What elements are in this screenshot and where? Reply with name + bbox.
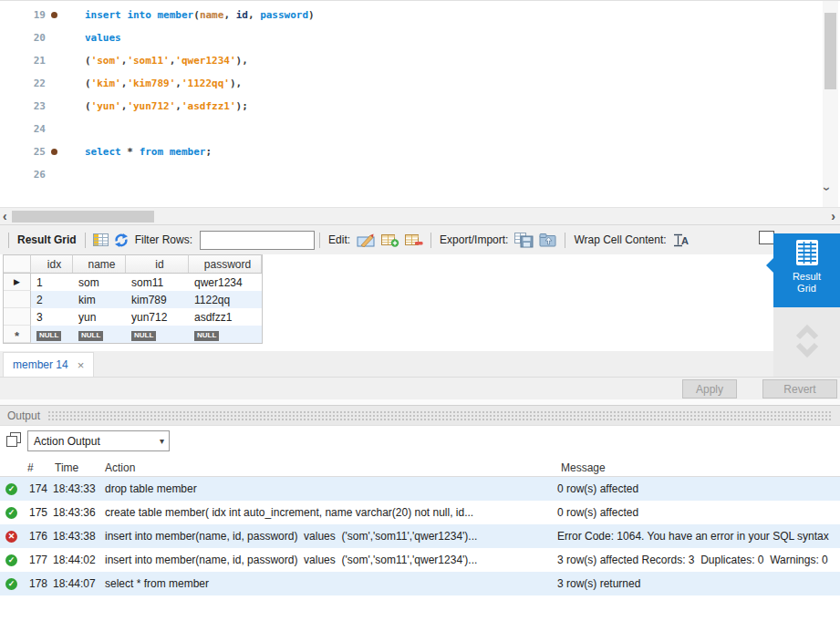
- output-action: create table member( idx int auto_increm…: [99, 506, 555, 519]
- code-line[interactable]: 25select * from member;: [0, 140, 840, 163]
- editor-vertical-scrollbar[interactable]: ›: [823, 1, 838, 207]
- scroll-left-icon[interactable]: ‹: [3, 209, 7, 223]
- close-icon[interactable]: ×: [78, 358, 85, 372]
- editor-side-panel: Result Grid: [773, 233, 840, 377]
- grid-cell[interactable]: 2: [31, 294, 73, 306]
- result-grid-table: idx name id password ▶1somsom11qwer12342…: [3, 254, 263, 344]
- statement-marker-icon: [46, 12, 62, 18]
- number-column-header[interactable]: #: [22, 461, 49, 474]
- output-row[interactable]: ✓17418:43:33drop table member0 row(s) af…: [0, 477, 840, 501]
- column-header-idx[interactable]: idx: [31, 254, 73, 273]
- code-line[interactable]: 26: [0, 163, 840, 186]
- toolbar-toggle-box[interactable]: [759, 231, 774, 244]
- status-cell: ✕: [0, 531, 22, 543]
- grid-cell[interactable]: kim: [73, 294, 126, 306]
- grid-cell[interactable]: 1: [31, 276, 73, 289]
- row-selector[interactable]: [4, 308, 31, 326]
- table-row[interactable]: ▶1somsom11qwer1234: [4, 274, 262, 291]
- grid-cell[interactable]: 1122qq: [189, 294, 262, 306]
- code-line[interactable]: 23('yun','yun712','asdfzz1');: [0, 95, 840, 118]
- line-number: 25: [0, 146, 46, 158]
- column-header-password[interactable]: password: [189, 254, 262, 273]
- row-selector[interactable]: ▶: [4, 274, 31, 291]
- export-recordset-icon[interactable]: [514, 233, 534, 248]
- code-text: ('kim','kim789','1122qq'),: [85, 78, 242, 89]
- grid-cell[interactable]: kim789: [126, 294, 189, 306]
- output-panel: Action Output ▾ # Time Action Message ✓1…: [0, 426, 840, 642]
- line-number: 19: [0, 9, 46, 21]
- tab-member-14[interactable]: member 14 ×: [3, 352, 94, 377]
- stacked-output-icon[interactable]: [6, 432, 22, 448]
- null-badge: NULL: [131, 331, 156, 341]
- output-type-value: Action Output: [34, 435, 100, 448]
- grid-cell[interactable]: qwer1234: [189, 276, 262, 289]
- time-column-header[interactable]: Time: [49, 461, 99, 474]
- add-row-icon[interactable]: [381, 233, 399, 247]
- sql-editor[interactable]: 19insert into member(name, id, password)…: [0, 1, 840, 207]
- horizontal-scrollbar-thumb[interactable]: [12, 211, 154, 223]
- action-column-header[interactable]: Action: [99, 461, 555, 474]
- scroll-right-icon[interactable]: ›: [831, 209, 835, 223]
- collapse-expand-chevrons-icon[interactable]: [792, 322, 823, 362]
- column-header-name[interactable]: name: [73, 254, 126, 273]
- editor-horizontal-scrollbar[interactable]: ‹ ›: [0, 207, 840, 224]
- grid-cell[interactable]: 3: [31, 311, 73, 324]
- message-column-header[interactable]: Message: [555, 461, 840, 474]
- code-text: ('som','som11','qwer1234'),: [85, 55, 248, 67]
- token: ),: [236, 55, 248, 67]
- filter-rows-input[interactable]: [200, 231, 315, 250]
- result-grid-panel: idx name id password ▶1somsom11qwer12342…: [0, 254, 773, 351]
- output-row[interactable]: ✕17618:43:38insert into member(name, id,…: [0, 524, 840, 548]
- revert-button[interactable]: Revert: [762, 379, 837, 399]
- row-selector[interactable]: *: [4, 326, 31, 343]
- token: select: [85, 146, 121, 158]
- token: 'kim': [91, 78, 121, 89]
- output-row[interactable]: ✓17518:43:36create table member( idx int…: [0, 501, 840, 524]
- grid-cell[interactable]: NULL: [189, 327, 262, 341]
- output-header-texture: [47, 410, 833, 420]
- token: ,: [223, 9, 235, 21]
- grid-cell[interactable]: asdfzz1: [189, 311, 262, 324]
- output-message: 0 row(s) affected: [555, 506, 840, 519]
- grid-cell[interactable]: NULL: [126, 327, 189, 341]
- column-header-id[interactable]: id: [126, 254, 189, 273]
- output-type-select[interactable]: Action Output ▾: [27, 430, 170, 451]
- grid-cell[interactable]: NULL: [31, 327, 73, 341]
- token: ,: [175, 100, 181, 112]
- table-row[interactable]: *NULLNULLNULLNULL: [4, 326, 262, 343]
- code-line[interactable]: 21('som','som11','qwer1234'),: [0, 49, 840, 72]
- result-grid-side-tab[interactable]: Result Grid: [773, 233, 840, 307]
- edit-record-icon[interactable]: [357, 233, 376, 247]
- grid-cell[interactable]: yun712: [126, 311, 189, 324]
- grid-cell[interactable]: NULL: [73, 327, 126, 341]
- row-selector[interactable]: [4, 291, 31, 308]
- code-line[interactable]: 24: [0, 118, 840, 140]
- code-line[interactable]: 20values: [0, 26, 840, 49]
- toolbar-separator: [85, 233, 86, 248]
- refresh-icon[interactable]: [114, 233, 129, 247]
- apply-button[interactable]: Apply: [682, 379, 737, 399]
- grid-cell[interactable]: som11: [126, 276, 189, 289]
- wrap-cell-content-icon[interactable]: A: [673, 233, 690, 247]
- result-grid-title: Result Grid: [17, 233, 77, 246]
- code-text: ('yun','yun712','asdfzz1');: [85, 100, 248, 112]
- import-recordset-icon[interactable]: [539, 233, 557, 247]
- grid-cell[interactable]: yun: [73, 311, 126, 324]
- table-row[interactable]: 2kimkim7891122qq: [4, 291, 262, 308]
- status-cell: ✓: [0, 578, 22, 590]
- output-row[interactable]: ✓17818:44:07select * from member3 row(s)…: [0, 572, 840, 595]
- output-time: 18:43:38: [49, 530, 99, 543]
- token: into: [127, 9, 151, 21]
- line-number: 20: [0, 32, 46, 44]
- table-row[interactable]: 3yunyun712asdfzz1: [4, 308, 262, 326]
- toolbar-separator: [565, 233, 565, 248]
- output-row[interactable]: ✓17718:44:02insert into member(name, id,…: [0, 548, 840, 572]
- vertical-scrollbar-thumb[interactable]: [824, 13, 836, 89]
- scroll-down-icon[interactable]: ›: [820, 187, 835, 192]
- code-line[interactable]: 22('kim','kim789','1122qq'),: [0, 72, 840, 95]
- delete-row-icon[interactable]: [405, 233, 423, 247]
- code-line[interactable]: 19insert into member(name, id, password): [0, 4, 840, 26]
- output-table-header: # Time Action Message: [0, 459, 840, 477]
- grid-view-icon[interactable]: [93, 233, 109, 246]
- grid-cell[interactable]: som: [73, 276, 126, 289]
